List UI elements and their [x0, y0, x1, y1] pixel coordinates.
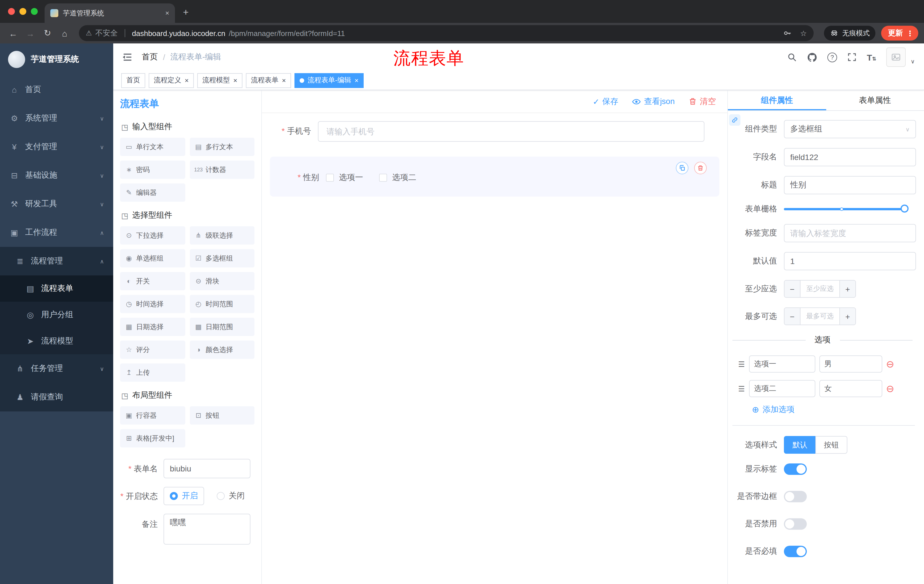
minimize-window-button[interactable]	[20, 8, 26, 15]
plus-icon[interactable]: +	[839, 281, 855, 297]
border-toggle[interactable]	[784, 491, 807, 502]
disabled-toggle[interactable]	[784, 518, 807, 530]
default-value-input[interactable]	[784, 252, 916, 270]
tag-process-definition[interactable]: 流程定义 ×	[148, 73, 194, 88]
phone-input[interactable]	[318, 121, 705, 142]
component-switch[interactable]: ◐开关	[120, 272, 185, 290]
fullscreen-icon[interactable]	[847, 52, 857, 62]
component-cascader[interactable]: ⋔级联选择	[190, 226, 254, 245]
component-radio-group[interactable]: ◉单选框组	[120, 249, 185, 267]
remark-textarea[interactable]: 嘿嘿	[163, 514, 251, 545]
close-icon[interactable]: ×	[282, 77, 286, 84]
sidebar-item-home[interactable]: ⌂ 首页	[0, 76, 113, 104]
sidebar-item-process-form[interactable]: ▤ 流程表单	[0, 275, 113, 302]
component-single-line-text[interactable]: ▭单行文本	[120, 138, 185, 156]
new-tab-button[interactable]: +	[183, 7, 189, 18]
component-button[interactable]: ⊡按钮	[190, 406, 254, 424]
tab-form-properties[interactable]: 表单属性	[826, 90, 924, 110]
component-multi-line-text[interactable]: ▤多行文本	[190, 138, 254, 156]
password-key-icon[interactable]	[783, 29, 792, 38]
browser-tab[interactable]: 芋道管理系统 ×	[45, 3, 175, 23]
component-rate[interactable]: ☆评分	[120, 341, 185, 359]
font-size-icon[interactable]: T⇅	[867, 52, 876, 62]
min-select-stepper[interactable]: − 至少应选 +	[784, 280, 856, 298]
title-input[interactable]	[784, 176, 916, 194]
tab-component-properties[interactable]: 组件属性	[728, 90, 826, 110]
checkbox-icon[interactable]	[326, 174, 334, 182]
help-icon[interactable]: ?	[827, 52, 837, 62]
plus-icon[interactable]: +	[839, 308, 855, 324]
max-select-stepper[interactable]: − 最多可选 +	[784, 308, 856, 325]
tag-process-form-edit[interactable]: 流程表单-编辑 ×	[294, 73, 364, 88]
tab-close-icon[interactable]: ×	[165, 9, 169, 17]
drag-handle-icon[interactable]: ☰	[738, 360, 745, 368]
option-label-input[interactable]	[749, 380, 815, 397]
sidebar-item-dev-tools[interactable]: ⚒ 研发工具 ∨	[0, 190, 113, 218]
gender-option-2[interactable]: 选项二	[379, 173, 416, 183]
sidebar-item-task-management[interactable]: ⋔ 任务管理 ∨	[0, 354, 113, 383]
close-icon[interactable]: ×	[185, 77, 189, 84]
option-value-input[interactable]	[819, 380, 882, 397]
tag-process-model[interactable]: 流程模型 ×	[197, 73, 243, 88]
close-window-button[interactable]	[8, 8, 15, 15]
drag-handle-icon[interactable]: ☰	[738, 384, 745, 393]
delete-component-button[interactable]	[694, 162, 707, 174]
component-password[interactable]: ∗密码	[120, 161, 185, 179]
status-radio-on[interactable]: 开启	[163, 487, 204, 505]
link-icon[interactable]	[729, 114, 741, 126]
caret-down-icon[interactable]: ∨	[911, 58, 915, 64]
component-type-select[interactable]: 多选框组 ∨	[784, 120, 916, 138]
status-radio-off[interactable]: 关闭	[217, 491, 245, 501]
sidebar-item-process-management[interactable]: ≣ 流程管理 ∧	[0, 247, 113, 275]
minus-icon[interactable]: −	[784, 281, 800, 297]
form-name-input[interactable]	[163, 459, 251, 478]
forward-icon[interactable]: →	[23, 28, 38, 38]
minus-icon[interactable]: −	[784, 308, 800, 324]
update-button[interactable]: 更新 ⋮	[881, 26, 918, 41]
sidebar-item-workflow[interactable]: ▣ 工作流程 ∧	[0, 218, 113, 247]
sidebar-item-payment-management[interactable]: ¥ 支付管理 ∨	[0, 133, 113, 161]
component-row-container[interactable]: ▣行容器	[120, 406, 185, 424]
add-option-button[interactable]: ⊕ 添加选项	[752, 405, 916, 415]
sidebar-item-process-model[interactable]: ➤ 流程模型	[0, 328, 113, 354]
component-table[interactable]: ⊞表格[开发中]	[120, 429, 185, 447]
save-button[interactable]: ✓ 保存	[592, 96, 618, 107]
component-checkbox-group[interactable]: ☑多选框组	[190, 249, 254, 267]
component-slider[interactable]: ⊝滑块	[190, 272, 254, 290]
copy-component-button[interactable]	[676, 162, 688, 174]
canvas-field-gender-selected[interactable]: 性别 选项一 选项二	[270, 156, 719, 197]
close-icon[interactable]: ×	[355, 77, 358, 84]
back-icon[interactable]: ←	[6, 28, 21, 38]
avatar[interactable]	[886, 48, 906, 67]
address-bar[interactable]: ⚠ 不安全 dashboard.yudao.iocoder.cn /bpm/ma…	[79, 25, 813, 41]
style-default-button[interactable]: 默认	[784, 436, 815, 454]
component-upload[interactable]: ↥上传	[120, 364, 185, 382]
component-counter[interactable]: 123计数器	[190, 161, 254, 179]
github-icon[interactable]	[807, 52, 818, 63]
sidebar-item-user-group[interactable]: ◎ 用户分组	[0, 302, 113, 328]
sidebar-item-system-management[interactable]: ⚙ 系统管理 ∨	[0, 104, 113, 133]
checkbox-icon[interactable]	[379, 174, 387, 182]
show-label-toggle[interactable]	[784, 464, 807, 475]
label-width-input[interactable]	[784, 224, 916, 242]
component-color-picker[interactable]: ◑颜色选择	[190, 341, 254, 359]
form-grid-slider[interactable]	[784, 208, 906, 210]
component-editor[interactable]: ✎编辑器	[120, 183, 185, 202]
required-toggle[interactable]	[784, 546, 807, 557]
option-label-input[interactable]	[749, 355, 815, 373]
canvas-field-phone[interactable]: 手机号	[270, 121, 719, 142]
browser-menu-icon[interactable]: ⋮	[906, 29, 914, 38]
view-json-button[interactable]: 查看json	[632, 96, 675, 107]
style-button-button[interactable]: 按钮	[815, 436, 847, 454]
home-icon[interactable]: ⌂	[57, 28, 72, 38]
zoom-window-button[interactable]	[31, 8, 38, 15]
tag-process-form[interactable]: 流程表单 ×	[246, 73, 291, 88]
bookmark-star-icon[interactable]: ☆	[800, 29, 807, 38]
hamburger-icon[interactable]	[122, 52, 133, 62]
close-icon[interactable]: ×	[233, 77, 237, 84]
component-date-picker[interactable]: ▦日期选择	[120, 318, 185, 336]
search-icon[interactable]	[787, 52, 797, 62]
field-name-input[interactable]	[784, 148, 916, 166]
reload-icon[interactable]: ↻	[40, 28, 55, 38]
component-time-picker[interactable]: ◷时间选择	[120, 295, 185, 313]
